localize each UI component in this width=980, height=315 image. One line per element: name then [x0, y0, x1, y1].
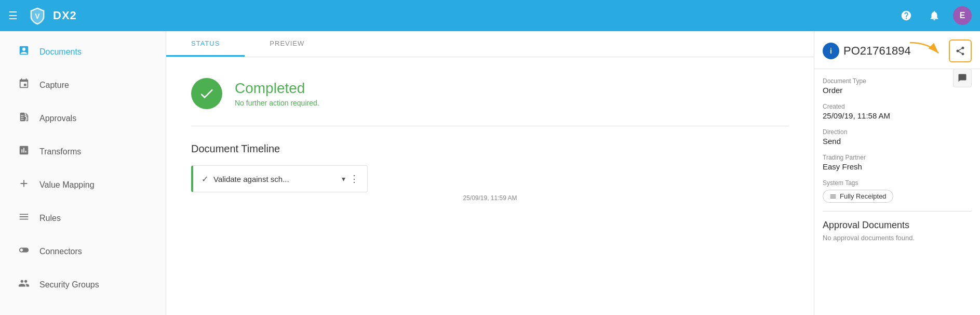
content-area: STATUS PREVIEW Completed No further acti…: [166, 31, 814, 315]
value-mapping-icon: [17, 178, 31, 192]
approval-title: Approval Documents: [823, 220, 972, 231]
sidebar-item-security-groups[interactable]: Security Groups: [4, 269, 162, 300]
top-nav: ☰ V DX2 E: [0, 0, 980, 31]
main-layout: Documents Capture Approvals Transforms V…: [0, 31, 980, 315]
connectors-icon: [17, 244, 31, 259]
status-completed-icon: [191, 78, 222, 109]
info-button[interactable]: i: [823, 43, 839, 59]
field-trading-partner: Trading Partner Easy Fresh: [823, 154, 972, 171]
rules-icon: [17, 211, 31, 226]
sidebar-item-label-approvals: Approvals: [39, 114, 76, 123]
hamburger-menu-icon[interactable]: ☰: [8, 9, 18, 22]
tab-status[interactable]: STATUS: [166, 31, 245, 57]
right-panel: i PO21761894 Document Type Order Created…: [814, 31, 980, 315]
status-title: Completed: [235, 80, 319, 97]
timeline-expand-icon[interactable]: ▾: [342, 175, 345, 183]
sidebar-item-rules[interactable]: Rules: [4, 203, 162, 234]
sidebar-item-label-security-groups: Security Groups: [39, 280, 99, 290]
status-text-group: Completed No further action required.: [235, 80, 319, 107]
field-label-created: Created: [823, 103, 972, 110]
timeline-item-label: Validate against sch...: [213, 175, 342, 183]
logo: V: [28, 6, 47, 25]
sidebar-item-connectors[interactable]: Connectors: [4, 236, 162, 267]
sidebar-item-label-documents: Documents: [39, 47, 82, 57]
security-groups-icon: [17, 278, 31, 292]
field-label-system-tags: System Tags: [823, 179, 972, 187]
system-tag-fully-receipted[interactable]: Fully Receipted: [823, 190, 893, 203]
svg-text:V: V: [35, 12, 40, 20]
panel-body: Document Type Order Created 25/09/19, 11…: [814, 69, 980, 315]
notification-icon[interactable]: [925, 6, 944, 25]
field-label-trading-partner: Trading Partner: [823, 154, 972, 161]
right-panel-header: i PO21761894: [814, 31, 980, 69]
approval-empty: No approval documents found.: [823, 234, 972, 242]
sidebar-item-label-capture: Capture: [39, 81, 69, 90]
comment-button[interactable]: [953, 69, 972, 87]
timeline-menu-icon[interactable]: ⋮: [350, 173, 359, 185]
field-label-document-type: Document Type: [823, 77, 972, 85]
sidebar-item-capture[interactable]: Capture: [4, 70, 162, 101]
approvals-icon: [17, 111, 31, 126]
field-system-tags: System Tags Fully Receipted: [823, 179, 972, 203]
capture-icon: [17, 78, 31, 93]
field-value-document-type: Order: [823, 86, 972, 95]
timeline-title: Document Timeline: [191, 143, 789, 155]
sidebar-item-label-value-mapping: Value Mapping: [39, 180, 95, 190]
doc-content: Completed No further action required. Do…: [166, 57, 814, 315]
documents-icon: [17, 45, 31, 59]
orange-arrow-annotation: [907, 38, 949, 61]
sidebar-item-label-transforms: Transforms: [39, 147, 81, 156]
field-direction: Direction Send: [823, 128, 972, 146]
timeline-item: ✓ Validate against sch... ▾ ⋮: [191, 165, 368, 192]
app-title: DX2: [53, 9, 77, 22]
field-label-direction: Direction: [823, 128, 972, 136]
sidebar-item-label-rules: Rules: [39, 214, 61, 223]
field-value-direction: Send: [823, 137, 972, 146]
sidebar-item-transforms[interactable]: Transforms: [4, 136, 162, 167]
tab-preview[interactable]: PREVIEW: [245, 31, 329, 57]
sidebar-item-approvals[interactable]: Approvals: [4, 103, 162, 134]
sidebar-item-documents[interactable]: Documents: [4, 36, 162, 68]
status-section: Completed No further action required.: [191, 78, 789, 126]
help-icon[interactable]: [897, 6, 916, 25]
timeline-item-time: 25/09/19, 11:59 AM: [191, 194, 789, 202]
status-subtitle: No further action required.: [235, 99, 319, 107]
system-tag-label: Fully Receipted: [840, 192, 887, 200]
approval-section: Approval Documents No approval documents…: [823, 220, 972, 242]
sidebar-item-label-connectors: Connectors: [39, 247, 82, 256]
share-button[interactable]: [949, 40, 972, 62]
sidebar: Documents Capture Approvals Transforms V…: [0, 31, 166, 315]
timeline-section: Document Timeline ✓ Validate against sch…: [191, 143, 789, 202]
field-document-type: Document Type Order: [823, 77, 972, 95]
field-value-trading-partner: Easy Fresh: [823, 162, 972, 171]
user-avatar[interactable]: E: [953, 6, 972, 25]
sidebar-item-value-mapping[interactable]: Value Mapping: [4, 169, 162, 201]
transforms-icon: [17, 145, 31, 159]
timeline-check-icon: ✓: [202, 174, 208, 184]
tabs-bar: STATUS PREVIEW: [166, 31, 814, 57]
field-created: Created 25/09/19, 11:58 AM: [823, 103, 972, 120]
field-value-created: 25/09/19, 11:58 AM: [823, 111, 972, 120]
